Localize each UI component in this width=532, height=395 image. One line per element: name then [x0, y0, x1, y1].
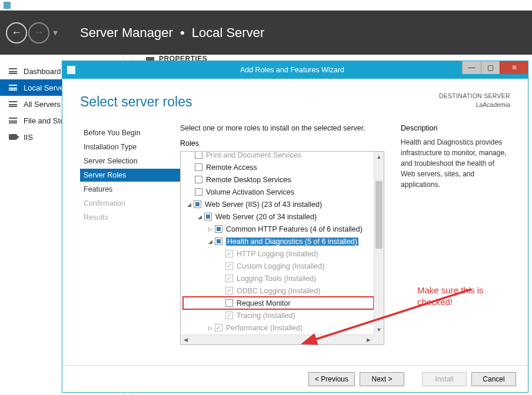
checkbox-icon[interactable] [195, 176, 202, 183]
role-custom-logging[interactable]: Custom Logging (Installed) [183, 260, 374, 272]
checkbox-partial-icon[interactable] [194, 200, 201, 208]
iis-icon [8, 133, 18, 140]
maximize-button[interactable]: ▢ [481, 61, 500, 74]
step-before-you-begin[interactable]: Before You Begin [80, 126, 180, 139]
dialog-title: Add Roles and Features Wizard [80, 66, 528, 74]
breadcrumb-page[interactable]: Local Server [192, 25, 265, 40]
role-label: Remote Access [206, 163, 257, 172]
role-label: Print and Document Services [206, 152, 301, 159]
scroll-up-icon[interactable]: ▲ [374, 152, 384, 162]
breadcrumb: Server Manager • Local Server [80, 25, 264, 41]
checkbox-checked-icon[interactable] [225, 262, 233, 270]
header-bar: ← → ▾ Server Manager • Local Server [0, 11, 532, 55]
checkbox-checked-icon[interactable] [225, 275, 233, 282]
role-remote-access[interactable]: Remote Access [183, 161, 374, 173]
role-web-server-iis[interactable]: ◢ Web Server (IIS) (23 of 43 installed) [183, 198, 374, 210]
collapse-icon[interactable]: ◢ [196, 214, 203, 220]
role-performance[interactable]: ▷ Performance (Installed) [183, 322, 374, 334]
dialog-footer: < Previous Next > Install Cancel [62, 365, 528, 392]
dropdown-caret-icon[interactable]: ▾ [53, 27, 58, 38]
role-volume-activation[interactable]: Volume Activation Services [183, 186, 374, 198]
scroll-left-icon[interactable]: ◀ [181, 335, 191, 345]
checkbox-checked-icon[interactable] [225, 312, 233, 319]
role-web-server[interactable]: ◢ Web Server (20 of 34 installed) [183, 210, 374, 223]
minimize-icon: — [468, 63, 476, 72]
step-server-selection[interactable]: Server Selection [80, 155, 180, 168]
checkbox-partial-icon[interactable] [215, 237, 222, 245]
step-installation-type[interactable]: Installation Type [80, 140, 180, 153]
nav-label: Dashboard [24, 67, 61, 76]
checkbox-partial-icon[interactable] [215, 225, 222, 233]
annotation-callout: Make sure this is checked! [417, 284, 511, 309]
server-icon [8, 84, 18, 91]
role-tracing[interactable]: Tracing (Installed) [183, 309, 374, 322]
checkbox-checked-icon[interactable] [225, 250, 233, 257]
dashboard-icon [8, 68, 18, 75]
collapse-icon[interactable]: ◢ [207, 239, 214, 245]
checkbox-icon[interactable] [195, 163, 202, 171]
checkbox-icon[interactable] [195, 152, 202, 159]
checkbox-partial-icon[interactable] [204, 213, 212, 220]
role-label: Logging Tools (Installed) [237, 275, 316, 283]
window-title-strip [0, 0, 532, 11]
scroll-right-icon[interactable]: ▶ [364, 335, 374, 345]
horizontal-scrollbar[interactable]: ◀ ▶ [181, 334, 374, 344]
arrow-right-icon: → [34, 26, 44, 39]
forward-button[interactable]: → [28, 22, 49, 43]
roles-tree: Print and Document Services Remote Acces… [180, 151, 384, 345]
checkbox-checked-icon[interactable] [215, 324, 222, 332]
step-server-roles[interactable]: Server Roles [80, 169, 180, 182]
description-heading: Description [401, 124, 510, 132]
role-print-document[interactable]: Print and Document Services [183, 152, 374, 161]
description-text: Health and Diagnostics provides infrastr… [401, 137, 510, 190]
vertical-scrollbar[interactable]: ▲ ▼ [374, 152, 384, 334]
role-label: Remote Desktop Services [206, 176, 291, 184]
close-button[interactable]: ✕ [500, 61, 528, 74]
role-common-http[interactable]: ▷ Common HTTP Features (4 of 6 installed… [183, 223, 374, 235]
role-label: HTTP Logging (Installed) [237, 250, 318, 258]
expand-icon[interactable]: ▷ [207, 325, 214, 331]
storage-icon [8, 117, 18, 124]
role-label: Health and Diagnostics (5 of 6 installed… [226, 237, 358, 246]
roles-tree-viewport[interactable]: Print and Document Services Remote Acces… [181, 152, 374, 334]
maximize-icon: ▢ [487, 63, 494, 72]
role-remote-desktop[interactable]: Remote Desktop Services [183, 173, 374, 186]
app-icon [4, 2, 11, 9]
scroll-down-icon[interactable]: ▼ [374, 324, 384, 334]
roles-label: Roles [180, 139, 384, 148]
collapse-icon[interactable]: ◢ [185, 202, 192, 207]
breadcrumb-root[interactable]: Server Manager [80, 25, 173, 40]
back-button[interactable]: ← [6, 22, 27, 43]
install-button[interactable]: Install [422, 372, 467, 386]
roles-column: Select one or more roles to install on t… [180, 124, 387, 353]
minimize-button[interactable]: — [462, 61, 481, 74]
cancel-button[interactable]: Cancel [471, 372, 516, 386]
role-request-monitor[interactable]: Request Monitor [183, 297, 374, 309]
role-http-logging[interactable]: HTTP Logging (Installed) [183, 247, 374, 260]
checkbox-icon[interactable] [195, 188, 202, 196]
close-icon: ✕ [511, 63, 517, 72]
role-label: Web Server (IIS) (23 of 43 installed) [205, 200, 322, 209]
role-label: Volume Activation Services [206, 188, 294, 196]
step-confirmation[interactable]: Confirmation [80, 197, 180, 210]
expand-icon[interactable]: ▷ [207, 226, 214, 232]
scroll-thumb[interactable] [375, 181, 383, 249]
checkbox-checked-icon[interactable] [225, 287, 233, 294]
dialog-body: Select server roles DESTINATION SERVER L… [62, 79, 528, 392]
role-logging-tools[interactable]: Logging Tools (Installed) [183, 272, 374, 284]
role-label: Performance (Installed) [226, 324, 302, 332]
previous-button[interactable]: < Previous [308, 372, 355, 386]
dialog-titlebar[interactable]: Add Roles and Features Wizard — ▢ ✕ [62, 61, 528, 79]
scroll-corner [374, 334, 384, 344]
checkbox-icon[interactable] [225, 299, 233, 307]
wizard-steps: Before You Begin Installation Type Serve… [80, 124, 180, 353]
destination-label: DESTINATION SERVER [439, 92, 510, 101]
role-label: Web Server (20 of 34 installed) [215, 213, 317, 221]
role-odbc-logging[interactable]: ODBC Logging (Installed) [183, 284, 374, 297]
next-button[interactable]: Next > [360, 372, 404, 386]
role-health-diagnostics[interactable]: ◢ Health and Diagnostics (5 of 6 install… [183, 235, 374, 247]
role-label: ODBC Logging (Installed) [237, 287, 320, 295]
dialog-app-icon [67, 66, 75, 74]
step-results[interactable]: Results [80, 211, 180, 224]
step-features[interactable]: Features [80, 183, 180, 196]
